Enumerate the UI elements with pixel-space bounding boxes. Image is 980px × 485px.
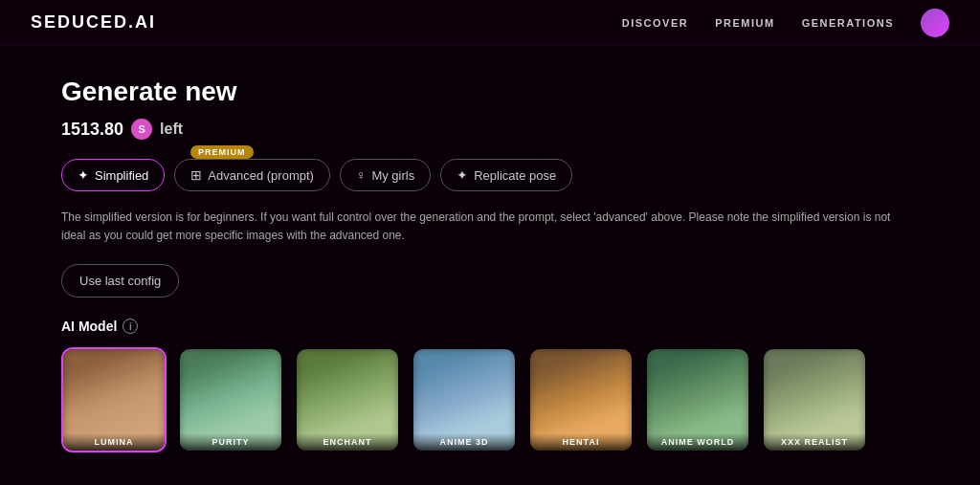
model-label-animeworld: ANIME WORLD bbox=[647, 433, 748, 451]
credits-value: 1513.80 bbox=[61, 120, 123, 140]
model-label-enchant: ENCHANT bbox=[297, 433, 398, 451]
nav-links: DISCOVER PREMIUM GENERATIONS bbox=[622, 9, 949, 37]
tab-simplified[interactable]: ✦ Simplified bbox=[61, 159, 165, 191]
ai-model-label: AI Model bbox=[61, 319, 117, 334]
model-card-anime3d[interactable]: ANIME 3D bbox=[412, 347, 517, 452]
credits-badge: S bbox=[131, 119, 152, 140]
advanced-icon: ⊞ bbox=[190, 167, 202, 183]
model-card-inner: PURITY bbox=[180, 349, 281, 451]
tab-replicate-label: Replicate pose bbox=[474, 168, 556, 183]
mygirls-icon: ♀ bbox=[356, 167, 367, 183]
ai-model-info-icon[interactable]: i bbox=[122, 319, 138, 334]
model-card-enchant[interactable]: ENCHANT bbox=[295, 347, 400, 452]
tab-advanced-label: Advanced (prompt) bbox=[208, 168, 314, 183]
models-row: LUMINA PURITY ENCHANT ANIME 3D HENTAI bbox=[61, 347, 919, 452]
model-card-animeworld[interactable]: ANIME WORLD bbox=[645, 347, 750, 452]
credits-row: 1513.80 S left bbox=[61, 119, 919, 140]
model-label-lumina: LUMINA bbox=[63, 433, 165, 451]
model-card-hentai[interactable]: HENTAI bbox=[528, 347, 634, 452]
simplified-description: The simplified version is for beginners.… bbox=[61, 209, 903, 245]
model-label-xxxrealist: XXX REALIST bbox=[764, 433, 865, 451]
tab-replicate[interactable]: ✦ Replicate pose bbox=[440, 159, 572, 191]
tab-simplified-label: Simplified bbox=[95, 168, 148, 183]
tab-advanced[interactable]: ⊞ Advanced (prompt) bbox=[174, 159, 330, 191]
model-label-hentai: HENTAI bbox=[530, 433, 632, 451]
main-content: Generate new 1513.80 S left PREMIUM ✦ Si… bbox=[0, 46, 980, 483]
model-card-inner: LUMINA bbox=[63, 349, 165, 451]
nav-discover[interactable]: DISCOVER bbox=[622, 17, 688, 29]
premium-badge: PREMIUM bbox=[190, 145, 254, 159]
credits-left-label: left bbox=[160, 121, 183, 138]
replicate-icon: ✦ bbox=[457, 167, 468, 183]
model-card-inner: ANIME 3D bbox=[413, 349, 515, 451]
model-card-lumina[interactable]: LUMINA bbox=[61, 347, 167, 452]
tab-mygirls-label: My girls bbox=[371, 168, 414, 183]
model-card-inner: ANIME WORLD bbox=[647, 349, 748, 451]
user-avatar[interactable] bbox=[921, 9, 949, 37]
model-card-inner: ENCHANT bbox=[297, 349, 398, 451]
simplified-icon: ✦ bbox=[78, 167, 89, 183]
use-last-config-button[interactable]: Use last config bbox=[61, 264, 179, 298]
model-label-anime3d: ANIME 3D bbox=[413, 433, 515, 451]
tabs-row: PREMIUM ✦ Simplified ⊞ Advanced (prompt)… bbox=[61, 159, 919, 191]
nav-generations[interactable]: GENERATIONS bbox=[802, 17, 894, 29]
navbar: SEDUCED.AI DISCOVER PREMIUM GENERATIONS bbox=[0, 0, 980, 46]
tab-mygirls[interactable]: ♀ My girls bbox=[340, 159, 431, 191]
site-logo: SEDUCED.AI bbox=[31, 12, 156, 33]
model-card-inner: XXX REALIST bbox=[764, 349, 865, 451]
page-title: Generate new bbox=[61, 77, 919, 107]
nav-premium[interactable]: PREMIUM bbox=[715, 17, 774, 29]
model-label-purity: PURITY bbox=[180, 433, 281, 451]
model-card-inner: HENTAI bbox=[530, 349, 632, 451]
ai-model-section-label: AI Model i bbox=[61, 319, 919, 334]
model-card-xxxrealist[interactable]: XXX REALIST bbox=[762, 347, 867, 452]
model-card-purity[interactable]: PURITY bbox=[178, 347, 283, 452]
